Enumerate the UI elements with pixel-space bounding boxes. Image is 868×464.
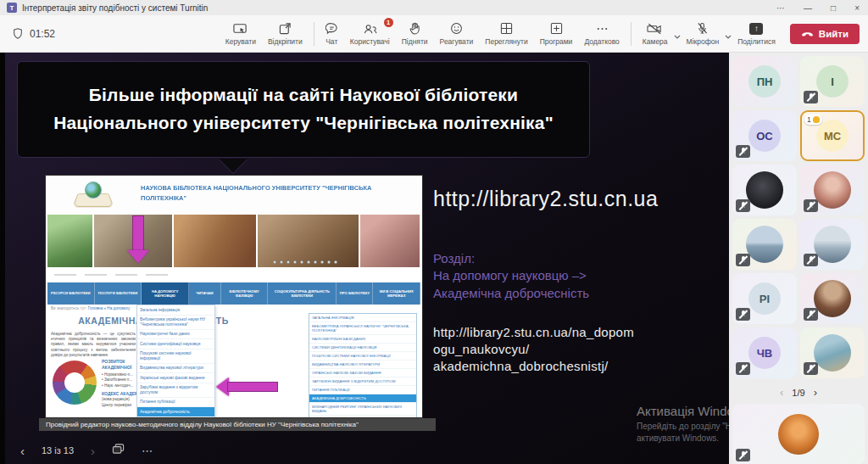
window-more-button[interactable]: ⋯ [776,3,785,13]
banner-photo [360,215,420,267]
react-icon [450,22,463,36]
site-nav-item: ЧИТАЧАМ [189,282,221,305]
avatar-photo [814,171,851,209]
view-icon [500,22,513,36]
participant-tile-spotlight[interactable] [732,404,865,464]
share-icon: ↑ [749,22,763,36]
avatar: ПН [748,65,781,98]
apps-icon [550,22,563,36]
menu-item: Видавництва наукової літератури [309,361,416,369]
globe-icon [85,182,102,198]
participants-button[interactable]: Користувачі 1 [344,22,396,46]
participant-tile[interactable] [800,273,865,324]
integrity-donut-diagram [53,361,97,405]
dropdown-item: Українські наукові фахові видання [137,373,214,383]
prev-slide-button[interactable]: ‹ [20,444,25,457]
mic-off-icon [736,449,750,461]
participant-tile[interactable] [732,165,797,215]
mic-off-icon [736,308,750,321]
pager-prev-button[interactable]: ‹ [780,386,783,399]
window-minimize-button[interactable]: — [804,3,812,13]
sidebar-menu-box: Загальна інформація Вебометрика українсь… [309,313,417,417]
more-dots-icon [596,22,609,36]
avatar-photo [746,226,783,263]
carousel-dots [273,260,337,264]
library-url: http://library2.stu.cn.ua [433,187,729,211]
site-header: НАУКОВА БІБЛІОТЕКА НАЦІОНАЛЬНОГО УНІВЕРС… [46,176,422,215]
share-button[interactable]: ↑ Поділитися [732,22,782,46]
window-title: Інтерпретація звіту подібності у системі… [22,3,208,13]
manage-button[interactable]: Керувати [220,22,262,46]
participants-icon [363,22,377,36]
avatar: ЧВ [748,337,781,369]
menu-item: Питання публікації [309,386,416,394]
site-nav-item: РЕСУРСИ БІБЛІОТЕКИ [47,282,95,305]
manage-icon [233,22,248,36]
presentation-stage: Більше інформації на сайті Наукової бібл… [0,53,729,464]
avatar: І [816,65,849,98]
slides-overview-icon[interactable] [112,443,125,458]
site-nav-item: СОЦІОКУЛЬТУРНА ДІЯЛЬНІСТЬ БІБЛІОТЕКИ [268,282,337,305]
site-nav-item: МИ В СОЦІАЛЬНИХ МЕРЕЖАХ [373,282,420,305]
participant-tile-raised-hand[interactable]: 1 МС [800,110,865,161]
site-content: Ви знаходитесь тут: Головна » На допомог… [47,305,420,417]
website-screenshot: НАУКОВА БІБЛІОТЕКА НАЦІОНАЛЬНОГО УНІВЕРС… [46,176,422,417]
mic-off-icon [804,254,818,266]
slide-counter: 13 із 13 [42,445,74,456]
slide-caption: Провідний редактор науково-методичного в… [39,418,436,431]
leave-button[interactable]: Вийти [790,24,860,44]
participants-pager: ‹ 1/9 › [729,382,868,404]
more-options-button[interactable]: Додатково [578,22,625,46]
avatar-photo [814,226,851,263]
participant-tile[interactable]: РІ [732,273,797,324]
dropdown-item: Вебометрика української науки НУ "Черніг… [137,316,214,330]
intro-paragraph: Академічна доброчесність — це сукупність… [51,332,136,358]
banner-photo [258,215,359,267]
mic-button[interactable]: Мікрофон [681,22,726,46]
callout-pointer [219,159,248,173]
react-button[interactable]: Реагувати [434,22,480,46]
unpin-icon [279,22,292,36]
camera-button[interactable]: Камера [637,22,674,46]
next-slide-button[interactable]: › [91,444,95,457]
participant-tile[interactable]: І [800,56,865,107]
raised-hand-icon [813,116,820,123]
participant-tile[interactable] [800,327,865,378]
apps-button[interactable]: Програми [534,22,579,46]
unpin-button[interactable]: Відкріпити [262,22,309,46]
window-close-button[interactable]: × [854,3,860,13]
slide-links: http://library2.stu.cn.ua Розділ: На доп… [433,187,729,376]
teams-icon: T [7,3,17,13]
section-path: Розділ: На допомогу науковцю –> Академіч… [433,250,729,302]
camera-chevron-icon[interactable] [674,27,681,42]
mic-chevron-icon[interactable] [725,27,732,42]
window-maximize-button[interactable]: □ [831,3,836,13]
chat-icon [326,22,338,36]
mic-off-icon [804,91,818,103]
pager-next-button[interactable]: › [814,386,817,399]
participant-tile[interactable] [800,219,865,270]
mic-off-icon [736,145,750,158]
participant-tile[interactable]: ПН [732,56,797,107]
meeting-timer-zone: 01:52 [12,27,55,40]
chat-button[interactable]: Чат 1 [320,22,344,46]
mic-off-icon [804,308,818,321]
menu-item: Пошукові системи наукової інформації [309,352,416,361]
site-nav-item-active: НА ДОПОМОГУ НАУКОВЦЮ [142,282,189,305]
participant-tile[interactable] [800,165,865,215]
breadcrumb: Ви знаходитесь тут: Головна » На допомог… [51,306,130,310]
dropdown-item: Зарубіжні видання з відкритим доступом [137,383,214,398]
participant-tile[interactable]: ЧВ [732,327,797,378]
dropdown-item: Системи ідентифікації науковця [137,339,214,349]
shield-icon [12,27,24,40]
view-button[interactable]: Переглянути [479,22,533,46]
participant-tile[interactable] [732,219,797,270]
camera-group: Камера [637,22,681,46]
dropdown-item: Видавництва наукової літератури [137,364,214,374]
site-nav-item: ПОСЛУГИ БІБЛІОТЕКИ [95,282,142,305]
slide-more-button[interactable]: ⋯ [142,444,154,457]
pager-counter: 1/9 [792,388,804,398]
participant-tile[interactable]: ОС [732,110,797,161]
dropdown-item: Пошукові системи наукової інформації [137,349,214,364]
raise-hand-button[interactable]: Підняти [396,22,434,46]
